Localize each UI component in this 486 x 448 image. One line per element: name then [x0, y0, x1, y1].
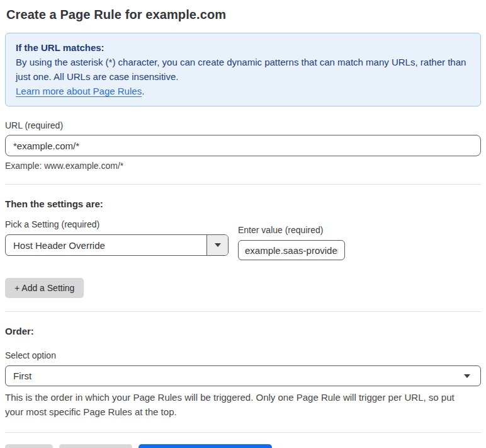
- link-period: .: [142, 86, 144, 96]
- enter-value-label: Enter value (required): [238, 225, 345, 235]
- url-matches-info-box: If the URL matches: By using the asteris…: [5, 33, 481, 106]
- section-divider: [5, 311, 481, 312]
- page-title: Create a Page Rule for example.com: [6, 6, 480, 23]
- cancel-button[interactable]: Cancel: [5, 444, 53, 448]
- order-help-text: This is the order in which your Page Rul…: [5, 390, 473, 419]
- settings-row: Pick a Setting (required) Host Header Ov…: [5, 209, 481, 260]
- save-and-deploy-button[interactable]: Save and Deploy Page Rule: [138, 444, 272, 448]
- setting-value-input[interactable]: [238, 240, 345, 260]
- learn-more-link[interactable]: Learn more about Page Rules: [16, 86, 142, 96]
- info-box-body: By using the asterisk (*) character, you…: [16, 55, 470, 84]
- chevron-down-icon: [464, 374, 470, 378]
- section-divider: [5, 184, 481, 185]
- footer-actions: Cancel Save as Draft Save and Deploy Pag…: [5, 444, 481, 448]
- order-select[interactable]: First: [5, 365, 481, 386]
- info-box-link-line: Learn more about Page Rules.: [16, 84, 470, 98]
- settings-section-heading: Then the settings are:: [5, 198, 481, 209]
- url-input[interactable]: [5, 135, 481, 156]
- save-as-draft-button[interactable]: Save as Draft: [59, 444, 133, 448]
- pick-setting-label: Pick a Setting (required): [5, 219, 229, 229]
- pick-setting-column: Pick a Setting (required) Host Header Ov…: [5, 209, 229, 256]
- pick-setting-dropdown-button[interactable]: [206, 235, 228, 255]
- enter-value-column: Enter value (required): [238, 215, 345, 260]
- order-select-label: Select option: [5, 350, 481, 360]
- add-setting-button[interactable]: + Add a Setting: [5, 278, 84, 298]
- chevron-down-icon: [215, 243, 221, 247]
- url-field-label: URL (required): [5, 120, 481, 130]
- footer-divider: [5, 432, 481, 433]
- info-box-heading: If the URL matches:: [16, 40, 470, 55]
- pick-setting-selected-value: Host Header Override: [6, 235, 206, 255]
- url-example-text: Example: www.example.com/*: [5, 161, 481, 171]
- order-selected-value: First: [13, 370, 31, 381]
- pick-setting-select[interactable]: Host Header Override: [5, 234, 229, 256]
- order-section-heading: Order:: [5, 326, 481, 336]
